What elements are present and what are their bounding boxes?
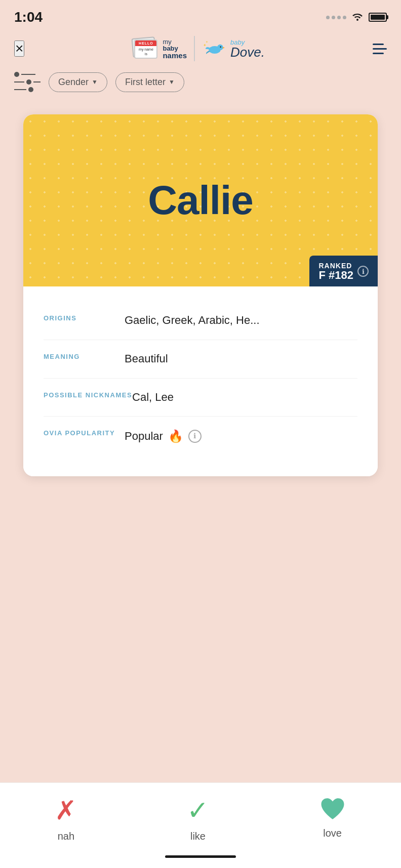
app-header: × HELLO my nameis my baby names (0, 30, 401, 72)
signal-icon (326, 16, 346, 19)
wifi-icon (351, 12, 364, 23)
name-card-header: Callie RANKED F #182 ℹ (23, 114, 378, 286)
meaning-row: MEANING Beautiful (44, 340, 357, 379)
my-baby-names-logo: HELLO my nameis my baby names (132, 35, 187, 62)
name-card: Callie RANKED F #182 ℹ ORIGINS Gaelic, G… (23, 114, 378, 476)
first-letter-filter-button[interactable]: First letter ▼ (115, 72, 184, 92)
nicknames-row: POSSIBLE NICKNAMES Cal, Lee (44, 379, 357, 417)
logo-text: my baby names (163, 38, 187, 59)
hamburger-icon (373, 44, 387, 54)
status-icons (326, 12, 387, 23)
chevron-down-icon: ▼ (169, 78, 175, 86)
app-logo: HELLO my nameis my baby names (132, 35, 264, 62)
chevron-down-icon: ▼ (92, 78, 98, 86)
baby-name: Callie (148, 177, 253, 224)
bottom-action-bar: ✗ nah ✓ like love (0, 782, 401, 850)
status-time: 1:04 (14, 9, 43, 25)
meaning-label: MEANING (44, 351, 125, 361)
nah-button[interactable]: ✗ nah (39, 795, 92, 842)
status-bar: 1:04 (0, 0, 401, 30)
dove-bird-icon: ✦ ✦ (202, 36, 227, 61)
nicknames-label: POSSIBLE NICKNAMES (44, 390, 132, 400)
like-button[interactable]: ✓ like (172, 795, 224, 842)
love-button[interactable]: love (304, 795, 362, 839)
popularity-info-button[interactable]: ℹ (188, 430, 202, 443)
origins-label: ORIGINS (44, 313, 125, 323)
home-bar (165, 855, 236, 858)
svg-text:✦: ✦ (206, 40, 208, 44)
popularity-value: Popular 🔥 ℹ (125, 428, 202, 445)
meaning-value: Beautiful (125, 351, 168, 367)
origins-value: Gaelic, Greek, Arabic, He... (125, 313, 260, 328)
gender-filter-button[interactable]: Gender ▼ (49, 72, 107, 92)
menu-button[interactable] (373, 44, 387, 54)
origins-row: ORIGINS Gaelic, Greek, Arabic, He... (44, 302, 357, 340)
nah-label: nah (58, 831, 74, 842)
home-indicator (0, 850, 401, 868)
ranked-info-button[interactable]: ℹ (357, 266, 369, 277)
main-content: Callie RANKED F #182 ℹ ORIGINS Gaelic, G… (0, 104, 401, 782)
nah-icon: ✗ (55, 795, 77, 825)
baby-dove-logo: ✦ ✦ baby Dove. (202, 36, 265, 61)
battery-icon (369, 13, 387, 22)
svg-point-2 (220, 46, 221, 48)
fire-emoji: 🔥 (168, 428, 183, 445)
like-label: like (190, 831, 206, 842)
popularity-label: OVIA POPULARITY (44, 428, 125, 438)
filter-bar: Gender ▼ First letter ▼ (0, 72, 401, 104)
close-button[interactable]: × (14, 40, 24, 57)
dove-text: baby Dove. (230, 39, 265, 59)
ranked-badge: RANKED F #182 ℹ (309, 256, 378, 286)
logo-divider (194, 36, 195, 61)
love-label: love (323, 828, 342, 839)
popularity-row: OVIA POPULARITY Popular 🔥 ℹ (44, 417, 357, 456)
love-heart-icon (319, 795, 346, 822)
filter-icon-button[interactable] (14, 72, 41, 92)
like-icon: ✓ (187, 795, 209, 825)
name-info-section: ORIGINS Gaelic, Greek, Arabic, He... MEA… (23, 286, 378, 476)
nicknames-value: Cal, Lee (132, 390, 174, 405)
